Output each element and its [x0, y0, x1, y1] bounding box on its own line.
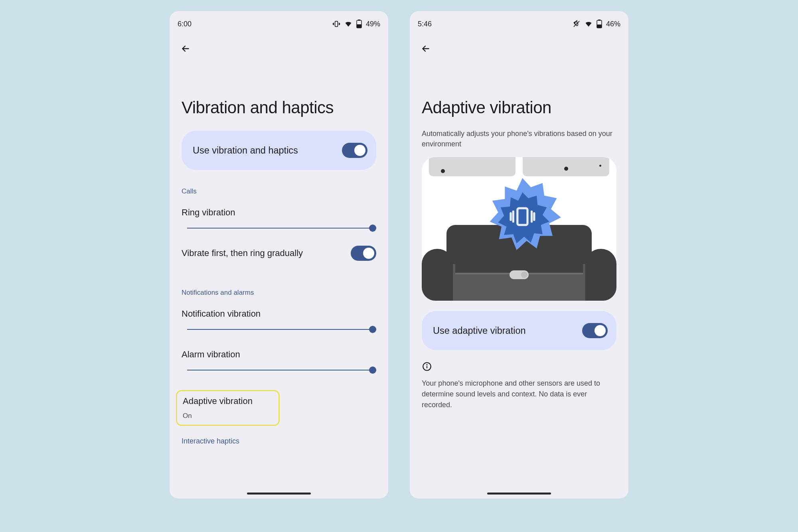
section-calls-label: Calls [182, 187, 376, 195]
illustration-toggle-icon [510, 270, 529, 279]
slider-thumb[interactable] [369, 326, 376, 333]
notification-vibration-label: Notification vibration [182, 309, 376, 319]
use-vibration-switch[interactable] [342, 143, 367, 158]
phone-screen-adaptive-vibration: 5:46 46% Adaptive vibration Automaticall… [410, 11, 628, 499]
ring-vibration-row[interactable]: Ring vibration [182, 202, 376, 235]
svg-point-10 [427, 365, 427, 365]
adaptive-vibration-label: Adaptive vibration [183, 396, 273, 406]
ring-vibration-slider[interactable] [187, 223, 376, 233]
ring-vibration-label: Ring vibration [182, 207, 376, 218]
alarm-vibration-slider[interactable] [187, 365, 376, 375]
wifi-icon [585, 20, 593, 28]
battery-text: 49% [366, 20, 380, 28]
back-button[interactable] [416, 39, 435, 58]
slider-thumb[interactable] [369, 366, 376, 374]
alarm-vibration-label: Alarm vibration [182, 349, 376, 360]
battery-icon [597, 20, 602, 28]
svg-rect-0 [335, 21, 338, 26]
use-adaptive-toggle-row[interactable]: Use adaptive vibration [422, 311, 616, 350]
arrow-back-icon [421, 43, 431, 54]
use-adaptive-label: Use adaptive vibration [433, 325, 526, 336]
back-button[interactable] [176, 39, 195, 58]
arrow-back-icon [180, 43, 191, 54]
svg-rect-6 [598, 20, 600, 21]
vibration-burst-icon [480, 174, 564, 258]
svg-rect-5 [597, 25, 602, 28]
page-subtitle: Automatically adjusts your phone's vibra… [410, 128, 628, 149]
status-time: 6:00 [178, 20, 192, 28]
use-vibration-toggle-row[interactable]: Use vibration and haptics [182, 131, 376, 170]
notification-vibration-slider[interactable] [187, 325, 376, 334]
battery-text: 46% [606, 20, 620, 28]
vibrate-first-label: Vibrate first, then ring gradually [182, 248, 303, 258]
adaptive-vibration-row-highlight: Adaptive vibration On [176, 390, 280, 426]
adaptive-vibration-row[interactable]: Adaptive vibration On [183, 396, 273, 420]
status-bar: 5:46 46% [410, 16, 628, 32]
alarm-vibration-row[interactable]: Alarm vibration [182, 344, 376, 377]
info-text: Your phone's microphone and other sensor… [410, 378, 628, 410]
section-interactive-label: Interactive haptics [182, 437, 376, 445]
page-title: Vibration and haptics [170, 58, 388, 131]
status-bar: 6:00 49% [170, 16, 388, 32]
notification-vibration-row[interactable]: Notification vibration [182, 303, 376, 337]
battery-icon [356, 20, 362, 28]
adaptive-vibration-status: On [183, 412, 273, 420]
illustration-ceiling [422, 157, 616, 176]
status-time: 5:46 [418, 20, 432, 28]
info-icon [422, 361, 432, 372]
status-right: 49% [332, 20, 380, 28]
vibrate-first-switch[interactable] [351, 246, 376, 261]
phone-screen-vibration-haptics: 6:00 49% Vibration and haptics Use vibra… [170, 11, 388, 499]
illustration [422, 157, 616, 301]
mute-icon [573, 20, 581, 28]
svg-rect-3 [358, 20, 360, 21]
vibrate-first-row[interactable]: Vibrate first, then ring gradually [182, 235, 376, 271]
gesture-nav-bar[interactable] [247, 493, 311, 495]
status-right: 46% [573, 20, 620, 28]
wifi-icon [344, 20, 352, 28]
svg-rect-2 [357, 24, 361, 28]
gesture-nav-bar[interactable] [487, 493, 551, 495]
use-adaptive-switch[interactable] [582, 323, 608, 338]
use-vibration-label: Use vibration and haptics [193, 145, 298, 156]
slider-thumb[interactable] [369, 225, 376, 232]
section-notif-label: Notifications and alarms [182, 289, 376, 297]
vibrate-icon [332, 20, 340, 28]
page-title: Adaptive vibration [410, 58, 628, 131]
